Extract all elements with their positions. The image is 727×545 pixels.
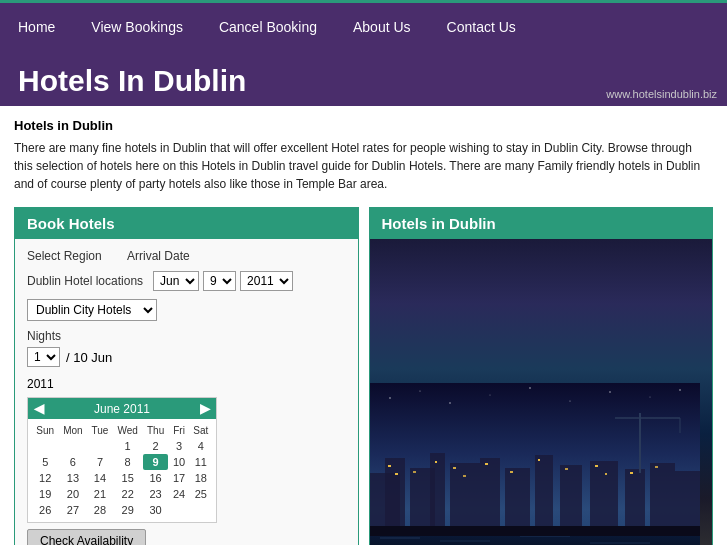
svg-rect-24 — [395, 473, 398, 475]
svg-rect-30 — [510, 471, 513, 473]
cal-day-cell[interactable]: 22 — [112, 486, 142, 502]
svg-rect-26 — [435, 461, 437, 463]
nights-label: Nights — [27, 329, 346, 343]
cal-day-cell[interactable]: 8 — [112, 454, 142, 470]
svg-rect-13 — [430, 453, 445, 533]
dublin-skyline-svg — [370, 383, 700, 545]
cal-empty-cell — [168, 502, 189, 518]
svg-point-8 — [649, 397, 650, 398]
intro-text: There are many fine hotels in Dublin tha… — [14, 139, 713, 193]
arrival-group: Jun 9 2011 — [153, 271, 293, 291]
svg-rect-31 — [538, 459, 540, 461]
cal-day-cell[interactable]: 24 — [168, 486, 189, 502]
svg-rect-11 — [385, 458, 405, 533]
cal-day-cell[interactable]: 7 — [87, 454, 112, 470]
cal-prev-button[interactable]: ◀ — [34, 401, 44, 416]
svg-rect-27 — [453, 467, 456, 469]
intro-title: Hotels in Dublin — [14, 118, 713, 133]
svg-rect-15 — [480, 458, 500, 533]
cal-next-button[interactable]: ▶ — [200, 401, 210, 416]
cal-day-header: Fri — [168, 423, 189, 438]
cal-day-cell[interactable]: 16 — [143, 470, 169, 486]
svg-rect-35 — [630, 472, 633, 474]
cal-day-cell[interactable]: 23 — [143, 486, 169, 502]
svg-rect-21 — [650, 463, 675, 533]
cal-day-header: Mon — [58, 423, 87, 438]
nav-about-us[interactable]: About Us — [335, 2, 429, 52]
nights-select[interactable]: 12345 — [27, 347, 60, 367]
nights-section: Nights 12345 / 10 Jun 2011 — [27, 329, 346, 391]
svg-point-4 — [489, 395, 490, 396]
cal-empty-cell — [58, 438, 87, 454]
svg-point-9 — [679, 389, 681, 391]
region-value-label: Dublin Hotel locations — [27, 274, 143, 288]
cal-day-cell[interactable]: 12 — [32, 470, 58, 486]
cal-day-cell[interactable]: 17 — [168, 470, 189, 486]
cal-day-cell[interactable]: 6 — [58, 454, 87, 470]
book-hotels-body: Select Region Arrival Date Dublin Hotel … — [15, 239, 358, 545]
svg-rect-19 — [590, 461, 618, 533]
cal-day-cell[interactable]: 4 — [190, 438, 212, 454]
cal-day-cell[interactable]: 5 — [32, 454, 58, 470]
region-dropdown[interactable]: Dublin City Hotels — [27, 299, 157, 321]
cal-day-cell[interactable]: 26 — [32, 502, 58, 518]
photo-box: Hotels in Dublin — [369, 207, 714, 545]
book-hotels-header: Book Hotels — [15, 208, 358, 239]
svg-point-1 — [389, 397, 391, 399]
svg-rect-28 — [463, 475, 466, 477]
cal-day-header: Thu — [143, 423, 169, 438]
cal-empty-cell — [32, 438, 58, 454]
cal-day-cell[interactable]: 20 — [58, 486, 87, 502]
site-header: Hotels In Dublin www.hotelsindublin.biz — [0, 50, 727, 106]
nav-contact-us[interactable]: Contact Us — [429, 2, 534, 52]
region-dropdown-row: Dublin City Hotels — [27, 299, 346, 321]
cal-day-cell[interactable]: 13 — [58, 470, 87, 486]
cal-day-header: Wed — [112, 423, 142, 438]
svg-rect-18 — [560, 465, 582, 533]
svg-rect-33 — [595, 465, 598, 467]
arrival-date-label: Arrival Date — [127, 249, 190, 263]
cal-day-cell[interactable]: 21 — [87, 486, 112, 502]
calendar: ◀ June 2011 ▶ SunMonTueWedThuFriSat 1234… — [27, 397, 217, 523]
cal-day-cell[interactable]: 28 — [87, 502, 112, 518]
arrival-year-select[interactable]: 2011 — [240, 271, 293, 291]
cal-day-cell[interactable]: 25 — [190, 486, 212, 502]
svg-rect-17 — [535, 455, 553, 533]
site-url: www.hotelsindublin.biz — [606, 88, 717, 100]
nav-view-bookings[interactable]: View Bookings — [73, 2, 201, 52]
arrival-day-select[interactable]: 9 — [203, 271, 236, 291]
svg-point-5 — [529, 387, 531, 389]
cal-empty-cell — [87, 438, 112, 454]
cal-day-cell[interactable]: 15 — [112, 470, 142, 486]
cal-day-cell[interactable]: 1 — [112, 438, 142, 454]
cal-day-cell[interactable]: 11 — [190, 454, 212, 470]
book-hotels-box: Book Hotels Select Region Arrival Date D… — [14, 207, 359, 545]
photo-box-header: Hotels in Dublin — [370, 208, 713, 239]
cal-day-cell[interactable]: 3 — [168, 438, 189, 454]
svg-point-7 — [609, 391, 610, 392]
svg-point-6 — [569, 400, 570, 401]
cal-day-header: Sun — [32, 423, 58, 438]
svg-point-2 — [419, 390, 420, 391]
nav-bar: Home View Bookings Cancel Booking About … — [0, 0, 727, 50]
cal-day-cell[interactable]: 10 — [168, 454, 189, 470]
cal-day-cell[interactable]: 2 — [143, 438, 169, 454]
form-labels-row: Select Region Arrival Date — [27, 249, 346, 263]
check-availability-button[interactable]: Check Availability — [27, 529, 146, 545]
nav-cancel-booking[interactable]: Cancel Booking — [201, 2, 335, 52]
svg-rect-34 — [605, 473, 607, 475]
svg-point-3 — [449, 402, 450, 403]
region-arrival-row: Dublin Hotel locations Jun 9 2011 — [27, 271, 346, 291]
cal-day-cell[interactable]: 19 — [32, 486, 58, 502]
arrival-month-select[interactable]: Jun — [153, 271, 199, 291]
svg-rect-20 — [625, 469, 645, 533]
cal-day-cell[interactable]: 9 — [143, 454, 169, 470]
cal-day-cell[interactable]: 30 — [143, 502, 169, 518]
cal-day-cell[interactable]: 29 — [112, 502, 142, 518]
cal-day-cell[interactable]: 18 — [190, 470, 212, 486]
svg-rect-14 — [450, 463, 480, 533]
nav-home[interactable]: Home — [0, 2, 73, 52]
cal-day-cell[interactable]: 14 — [87, 470, 112, 486]
cal-day-cell[interactable]: 27 — [58, 502, 87, 518]
cal-day-header: Sat — [190, 423, 212, 438]
